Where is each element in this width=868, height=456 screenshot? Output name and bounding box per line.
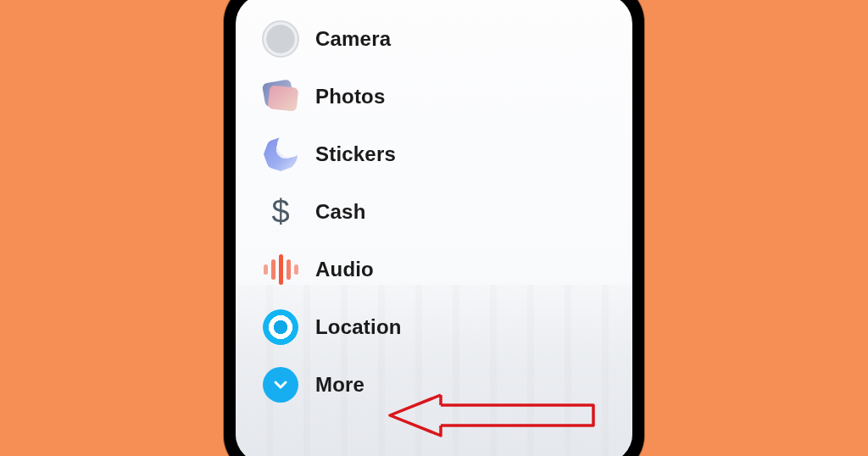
menu-item-label: Camera (315, 27, 391, 51)
menu-item-label: Photos (315, 85, 386, 108)
phone-screen: Camera Photos Stickers (236, 0, 632, 456)
camera-icon (258, 16, 303, 62)
menu-item-audio[interactable]: Audio (258, 241, 624, 298)
cash-icon: $ (258, 189, 303, 235)
audio-icon (258, 247, 303, 292)
menu-item-label: Audio (315, 258, 374, 281)
location-icon (258, 304, 303, 350)
stage-background: Camera Photos Stickers (0, 0, 868, 456)
menu-item-label: Stickers (315, 142, 396, 166)
menu-item-location[interactable]: Location (258, 298, 624, 356)
menu-item-photos[interactable]: Photos (258, 68, 624, 125)
photos-icon (258, 74, 303, 120)
menu-item-cash[interactable]: $ Cash (258, 183, 624, 241)
stickers-icon (258, 131, 303, 177)
menu-item-label: Cash (315, 200, 366, 224)
menu-item-more[interactable]: More (258, 356, 624, 414)
phone-frame: Camera Photos Stickers (224, 0, 644, 456)
menu-item-camera[interactable]: Camera (258, 10, 624, 68)
more-icon (258, 362, 303, 408)
svg-text:$: $ (271, 195, 289, 229)
attachment-menu: Camera Photos Stickers (258, 10, 624, 414)
menu-item-label: More (315, 373, 364, 397)
menu-item-label: Location (315, 315, 402, 339)
menu-item-stickers[interactable]: Stickers (258, 125, 624, 183)
